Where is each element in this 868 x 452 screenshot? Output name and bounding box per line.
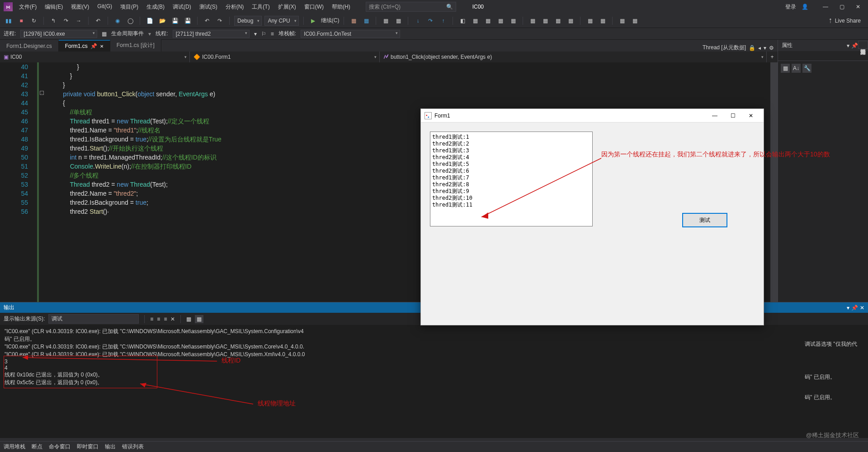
menu-extensions[interactable]: 扩展(X) (274, 1, 300, 13)
menu-build[interactable]: 生成(B) (143, 1, 168, 13)
continue-button[interactable]: 继续(C) (321, 17, 340, 24)
form1-min-button[interactable]: — (706, 111, 724, 121)
menu-project[interactable]: 项目(P) (117, 1, 142, 13)
tb-group-5[interactable]: ▦ (528, 16, 538, 26)
platform-dropdown[interactable]: Any CPU (264, 16, 298, 26)
tb-group-8[interactable]: ▦ (566, 16, 576, 26)
sb-immediate[interactable]: 即时窗口 (77, 443, 99, 451)
new-button[interactable]: 📄 (145, 16, 155, 26)
stackframe-dropdown[interactable]: IC00.Form1.OnTest (301, 30, 400, 38)
search-input[interactable]: 搜索 (Ctrl+Q) 🔍 (366, 2, 456, 12)
vertical-scrollbar[interactable] (770, 62, 778, 302)
tb-d3[interactable]: ≡ (271, 31, 274, 37)
live-share-button[interactable]: ⭫ Live Share (824, 17, 864, 25)
form1-titlebar[interactable]: ▪▪ Form1 — ☐ ✕ (421, 109, 764, 122)
tb-group-12[interactable]: ▦ (630, 16, 640, 26)
tb-group-1[interactable]: ▦ (470, 16, 480, 26)
minimize-button[interactable]: — (819, 2, 832, 12)
user-icon[interactable]: 👤 (802, 4, 808, 10)
tb-group-6[interactable]: ▦ (540, 16, 550, 26)
show-next-button[interactable]: → (74, 16, 84, 26)
tab-designer[interactable]: Form1.Designer.cs (0, 41, 59, 52)
tab-design[interactable]: Form1.cs [设计] (110, 39, 161, 52)
output-src-dropdown[interactable]: 调试 (48, 314, 139, 324)
collapse-icon[interactable]: - (40, 91, 44, 95)
tb-group-3[interactable]: ▦ (495, 16, 505, 26)
navbar-method[interactable]: 🗲 button1_Click(object sender, EventArgs… (380, 52, 767, 62)
tb-d1[interactable]: ▾ (254, 31, 257, 37)
menu-file[interactable]: 文件(F) (15, 1, 40, 13)
tb-icon-3[interactable]: ▦ (381, 16, 391, 26)
nav-back-button[interactable]: ◉ (113, 16, 123, 26)
restart-button[interactable]: ↻ (29, 16, 39, 26)
tb-group-10[interactable]: ▦ (598, 16, 608, 26)
out-tb-5[interactable]: ▦ (186, 316, 191, 322)
tb-icon-2[interactable]: ▦ (361, 16, 371, 26)
preview-tab-label[interactable]: Thread [从元数据] (703, 44, 746, 52)
tab-ctrl-1[interactable]: ◂ (758, 45, 761, 51)
tab-form1cs[interactable]: Form1.cs 📌✕ (59, 40, 110, 52)
step-out-button[interactable]: ↰ (48, 16, 58, 26)
menu-edit[interactable]: 编辑(E) (41, 1, 66, 13)
save-button[interactable]: 💾 (170, 16, 180, 26)
form1-test-button[interactable]: 测试 (682, 213, 727, 227)
menu-tools[interactable]: 工具(T) (248, 1, 273, 13)
tb-group-4[interactable]: ▦ (508, 16, 518, 26)
navbar-add-button[interactable]: + (767, 52, 778, 62)
out-tb-4[interactable]: ✕ (170, 316, 175, 322)
navbar-namespace[interactable]: ▣ IC00 (0, 52, 190, 62)
undo2-button[interactable]: ↶ (202, 16, 212, 26)
step-over-button[interactable]: ↷ (61, 16, 71, 26)
out-tb-2[interactable]: ≡ (157, 316, 160, 322)
step-over-icon[interactable]: ↷ (425, 16, 435, 26)
form1-close-button[interactable]: ✕ (742, 111, 760, 121)
menu-test[interactable]: 测试(S) (196, 1, 221, 13)
step-into-icon[interactable]: ↓ (413, 16, 423, 26)
save-all-button[interactable]: 💾 (183, 16, 193, 26)
solution-explorer-tab[interactable]: 解决方案资源管理器 (858, 41, 868, 49)
undo-button[interactable]: ↶ (93, 16, 103, 26)
menu-view[interactable]: 视图(V) (67, 1, 93, 13)
sb-errorlist[interactable]: 错误列表 (122, 443, 144, 451)
pin-icon[interactable]: 📌 (90, 43, 97, 49)
redo-button[interactable]: ↷ (215, 16, 225, 26)
nav-fwd-button[interactable]: ◯ (125, 16, 135, 26)
form1-max-button[interactable]: ☐ (724, 111, 742, 121)
tab-ctrl-2[interactable]: ▾ (764, 45, 766, 51)
tb-group-11[interactable]: ▦ (617, 16, 627, 26)
menu-analyze[interactable]: 分析(N) (222, 1, 248, 13)
tb-icon-1[interactable]: ▦ (349, 16, 359, 26)
properties-dropdown[interactable] (778, 51, 868, 61)
panel-dd-icon[interactable]: ▾ (847, 42, 849, 49)
tb-icon-4[interactable]: ▦ (393, 16, 403, 26)
output-close-icon[interactable]: ✕ (860, 305, 864, 311)
output-text[interactable]: "IC00.exe" (CLR v4.0.30319: IC00.exe): 已… (0, 325, 868, 438)
output-pin-icon[interactable]: 📌 (851, 305, 858, 311)
menu-help[interactable]: 帮助(H) (328, 1, 354, 13)
close-button[interactable]: ✕ (852, 2, 864, 12)
sb-command[interactable]: 命令窗口 (49, 443, 71, 451)
tb-group-2[interactable]: ▦ (483, 16, 493, 26)
prop-cat-icon[interactable]: ▦ (781, 64, 790, 73)
menu-debug[interactable]: 调试(D) (169, 1, 195, 13)
form1-window[interactable]: ▪▪ Form1 — ☐ ✕ thred1测试:1 thred2测试:2 thr… (420, 108, 764, 325)
menu-window[interactable]: 窗口(W) (301, 1, 327, 13)
process-dropdown[interactable]: [12976] IC00.exe (20, 30, 97, 38)
prop-wrench-icon[interactable]: 🔧 (802, 64, 811, 73)
bookmark-icon[interactable]: ◧ (458, 16, 467, 26)
out-tb-3[interactable]: ≡ (164, 316, 167, 322)
open-button[interactable]: 📂 (157, 16, 167, 26)
output-dd-icon[interactable]: ▾ (847, 305, 849, 311)
navbar-class[interactable]: 🔶 IC00.Form1 (190, 52, 380, 62)
thread-dropdown[interactable]: [27112] thred2 (173, 30, 250, 38)
prop-az-icon[interactable]: A↓ (792, 64, 801, 73)
maximize-button[interactable]: ▢ (835, 2, 848, 12)
config-dropdown[interactable]: Debug (234, 16, 262, 26)
close-icon[interactable]: ✕ (100, 44, 104, 49)
sb-callstack[interactable]: 调用堆栈 (4, 443, 25, 451)
tb-d2[interactable]: ⚐ (261, 31, 266, 37)
sb-output[interactable]: 输出 (105, 443, 116, 451)
form1-listbox[interactable]: thred1测试:1 thred2测试:2 thred1测试:3 thred2测… (430, 132, 593, 226)
tab-settings-icon[interactable]: ⚙ (769, 45, 774, 51)
login-link[interactable]: 登录 (785, 3, 796, 11)
